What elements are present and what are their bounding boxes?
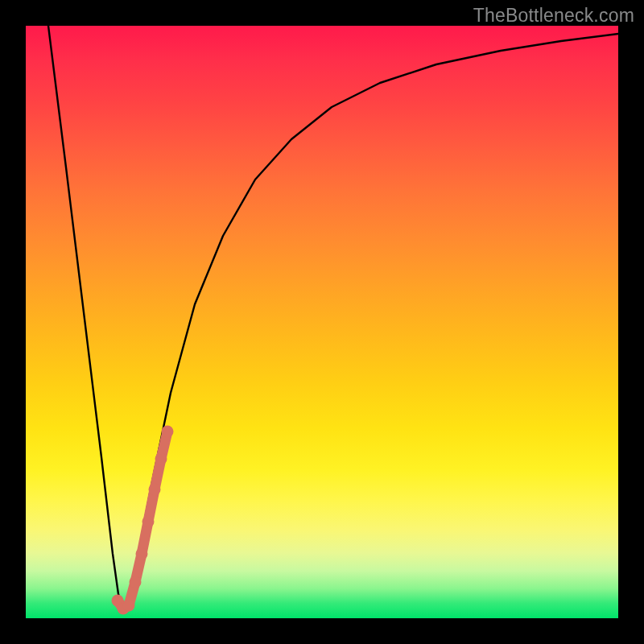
highlight-dot [149,484,161,496]
highlight-dot [162,426,174,438]
highlight-dot [123,600,135,612]
highlight-dot [142,516,155,528]
highlight-dot [155,453,167,465]
watermark-text: TheBottleneck.com [473,5,634,27]
highlight-dot [130,576,142,588]
chart-frame: TheBottleneck.com [0,0,644,644]
plot-svg [26,26,618,618]
highlight-dots [112,426,174,615]
plot-area [26,26,618,618]
bottleneck-curve [48,26,618,610]
highlight-dot [136,548,148,560]
